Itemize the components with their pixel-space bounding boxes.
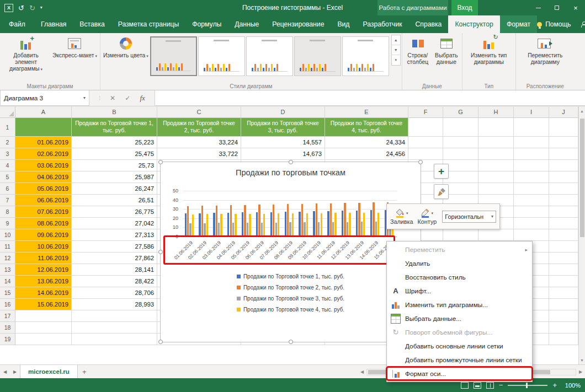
bar-series1-03.06.2019[interactable]: [213, 213, 215, 237]
cell-B12[interactable]: 27,862: [72, 253, 157, 264]
gallery-more-icon[interactable]: ▾: [392, 55, 400, 65]
cell-B9[interactable]: 27,042: [72, 218, 157, 229]
context-menu-item-6[interactable]: Выбрать данные...: [387, 312, 532, 325]
row-header-2[interactable]: 2: [0, 137, 15, 148]
normal-view-icon[interactable]: [461, 382, 469, 389]
cell-E2[interactable]: 24,334: [325, 137, 408, 148]
bar-series1-04.06.2019[interactable]: [227, 213, 229, 237]
fill-color-button[interactable]: ▾ Заливка: [390, 208, 413, 225]
page-layout-view-icon[interactable]: [474, 382, 481, 389]
cell-A16[interactable]: 15.06.2019: [15, 299, 72, 310]
bar-series1-10.06.2019[interactable]: [313, 211, 315, 237]
column-header-A[interactable]: A: [15, 106, 72, 117]
bar-series4-11.06.2019[interactable]: [334, 213, 336, 237]
scroll-left-icon[interactable]: ◀: [358, 369, 366, 374]
context-menu-item-9[interactable]: Добавить промежуточные линии сетки: [387, 353, 532, 367]
context-menu-item-10[interactable]: Формат оси...: [387, 367, 532, 380]
cell-B5[interactable]: 25,987: [72, 171, 157, 183]
chart-style-4[interactable]: [294, 36, 341, 76]
cell-B8[interactable]: 26,775: [72, 206, 157, 218]
bar-series1-08.06.2019[interactable]: [285, 212, 286, 237]
bar-series3-07.06.2019[interactable]: [275, 223, 277, 237]
chart-style-5[interactable]: [342, 36, 389, 76]
column-header-H[interactable]: H: [478, 106, 514, 117]
cell-J18[interactable]: [549, 322, 578, 334]
cell-F2[interactable]: [408, 137, 443, 148]
insert-function-icon[interactable]: fx: [140, 94, 145, 103]
cell-I8[interactable]: [514, 206, 549, 218]
column-header-F[interactable]: F: [408, 106, 443, 117]
bar-series4-13.06.2019[interactable]: [363, 213, 365, 237]
ribbon-tab-Конструктор[interactable]: Конструктор: [448, 15, 500, 33]
cell-J13[interactable]: [549, 264, 578, 276]
bar-series1-05.06.2019[interactable]: [242, 212, 243, 237]
cell-H5[interactable]: [478, 171, 514, 183]
tab-help[interactable]: Помощь: [537, 20, 571, 28]
cell-J7[interactable]: [549, 195, 578, 206]
column-header-G[interactable]: G: [443, 106, 478, 117]
bar-series2-12.06.2019[interactable]: [344, 203, 345, 237]
cell-A9[interactable]: 08.06.2019: [15, 218, 72, 229]
ribbon-tab-Формат[interactable]: Формат: [500, 15, 537, 33]
cell-A19[interactable]: [15, 334, 72, 345]
cell-B15[interactable]: 28,706: [72, 287, 157, 299]
bar-series3-02.06.2019[interactable]: [204, 223, 205, 237]
scroll-up-icon[interactable]: ▲: [580, 106, 584, 115]
y-axis-tick-40[interactable]: 40: [167, 197, 178, 203]
cell-J1[interactable]: [549, 118, 578, 137]
column-header-C[interactable]: C: [157, 106, 241, 117]
cell-J14[interactable]: [549, 276, 578, 287]
context-menu-item-4[interactable]: Шрифт...: [387, 284, 532, 298]
ribbon-tab-Вставка[interactable]: Вставка: [73, 15, 111, 33]
bar-series1-11.06.2019[interactable]: [327, 211, 329, 237]
page-break-view-icon[interactable]: [486, 382, 494, 389]
undo-icon[interactable]: ↺: [18, 4, 24, 12]
cell-C2[interactable]: 33,224: [157, 137, 241, 148]
bar-series3-06.06.2019[interactable]: [261, 223, 263, 237]
cell-H1[interactable]: [478, 118, 514, 137]
legend-item-3[interactable]: Продажи по Торговой точке 3, тыс. руб.: [237, 296, 344, 302]
cell-C3[interactable]: 33,722: [157, 148, 241, 160]
cell-J15[interactable]: [549, 287, 578, 299]
bar-series1-01.06.2019[interactable]: [185, 213, 187, 237]
cell-A12[interactable]: 11.06.2019: [15, 253, 72, 264]
ribbon-tab-Файл[interactable]: Файл: [0, 15, 34, 33]
zoom-slider[interactable]: [508, 385, 547, 386]
y-axis-tick-20[interactable]: 20: [167, 216, 178, 221]
change-chart-type-button[interactable]: Изменить тип диаграммы: [464, 35, 514, 67]
cell-I1[interactable]: [514, 118, 549, 137]
cell-A18[interactable]: [15, 322, 72, 334]
bar-series3-04.06.2019[interactable]: [232, 223, 234, 237]
formula-input[interactable]: [155, 90, 585, 106]
chart-styles-brush-button[interactable]: [434, 184, 449, 199]
cell-I5[interactable]: [514, 171, 549, 183]
row-header-16[interactable]: 16: [0, 299, 15, 310]
cell-F3[interactable]: [408, 148, 443, 160]
bar-series2-14.06.2019[interactable]: [373, 202, 374, 237]
cell-A5[interactable]: 04.06.2019: [15, 171, 72, 183]
cell-J9[interactable]: [549, 218, 578, 229]
row-header-10[interactable]: 10: [0, 229, 15, 241]
cell-I4[interactable]: [514, 160, 549, 171]
chart-selection-handle[interactable]: [158, 340, 163, 344]
legend-item-2[interactable]: Продажи по Торговой точке 2, тыс. руб.: [237, 284, 344, 291]
column-header-D[interactable]: D: [241, 106, 325, 117]
y-axis-tick-10[interactable]: 10: [167, 224, 178, 230]
ribbon-tab-Разработчик[interactable]: Разработчик: [356, 15, 408, 33]
bar-series2-09.06.2019[interactable]: [301, 204, 303, 237]
cell-H4[interactable]: [478, 160, 514, 171]
cell-I6[interactable]: [514, 183, 549, 195]
bar-series1-14.06.2019[interactable]: [370, 210, 372, 237]
cell-H6[interactable]: [478, 183, 514, 195]
ribbon-tab-Данные[interactable]: Данные: [228, 15, 265, 33]
ribbon-tab-Формулы[interactable]: Формулы: [185, 15, 228, 33]
bar-series3-01.06.2019[interactable]: [189, 223, 191, 237]
cell-B3[interactable]: 25,475: [72, 148, 157, 160]
bar-series2-03.06.2019[interactable]: [216, 206, 217, 237]
y-axis-tick-30[interactable]: 30: [167, 206, 178, 212]
column-header-E[interactable]: E: [325, 106, 408, 117]
switch-row-column-button[interactable]: Строка/ столбец: [403, 35, 432, 67]
chart-selection-handle[interactable]: [158, 160, 163, 164]
cell-J17[interactable]: [549, 310, 578, 322]
cell-J2[interactable]: [549, 137, 578, 148]
